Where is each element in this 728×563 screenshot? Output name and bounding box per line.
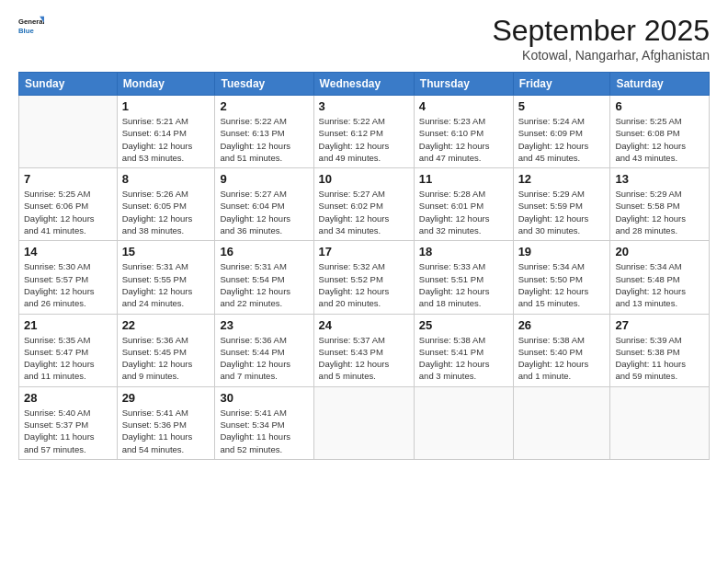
day-info: Sunrise: 5:41 AM Sunset: 5:36 PM Dayligh… <box>122 407 210 455</box>
day-number: 14 <box>24 245 112 259</box>
day-number: 25 <box>419 318 508 332</box>
day-info: Sunrise: 5:38 AM Sunset: 5:40 PM Dayligh… <box>518 334 606 383</box>
table-row: 15Sunrise: 5:31 AM Sunset: 5:55 PM Dayli… <box>117 241 215 314</box>
table-row: 17Sunrise: 5:32 AM Sunset: 5:52 PM Dayli… <box>313 241 414 314</box>
day-info: Sunrise: 5:31 AM Sunset: 5:55 PM Dayligh… <box>122 260 210 309</box>
title-section: September 2025 Kotowal, Nangarhar, Afgha… <box>492 14 710 63</box>
day-number: 4 <box>419 99 508 113</box>
table-row: 13Sunrise: 5:29 AM Sunset: 5:58 PM Dayli… <box>610 168 710 241</box>
day-number: 27 <box>615 318 704 332</box>
day-number: 1 <box>122 99 210 113</box>
day-info: Sunrise: 5:39 AM Sunset: 5:38 PM Dayligh… <box>615 334 704 383</box>
day-info: Sunrise: 5:35 AM Sunset: 5:47 PM Dayligh… <box>24 334 112 383</box>
day-number: 7 <box>24 172 112 186</box>
table-row: 11Sunrise: 5:28 AM Sunset: 6:01 PM Dayli… <box>414 168 513 241</box>
table-row: 23Sunrise: 5:36 AM Sunset: 5:44 PM Dayli… <box>215 314 313 386</box>
logo: General Blue <box>18 14 44 40</box>
svg-text:Blue: Blue <box>18 27 34 35</box>
table-row: 28Sunrise: 5:40 AM Sunset: 5:37 PM Dayli… <box>19 386 118 459</box>
day-number: 12 <box>518 172 606 186</box>
day-number: 23 <box>220 318 308 332</box>
table-row: 14Sunrise: 5:30 AM Sunset: 5:57 PM Dayli… <box>19 241 118 314</box>
day-info: Sunrise: 5:37 AM Sunset: 5:43 PM Dayligh… <box>319 334 409 383</box>
table-row: 21Sunrise: 5:35 AM Sunset: 5:47 PM Dayli… <box>19 314 118 386</box>
table-row <box>513 386 610 459</box>
table-row <box>19 96 118 168</box>
table-row: 7Sunrise: 5:25 AM Sunset: 6:06 PM Daylig… <box>19 168 118 241</box>
day-number: 9 <box>220 172 308 186</box>
table-row: 30Sunrise: 5:41 AM Sunset: 5:34 PM Dayli… <box>215 386 313 459</box>
day-info: Sunrise: 5:36 AM Sunset: 5:45 PM Dayligh… <box>122 334 210 383</box>
day-info: Sunrise: 5:28 AM Sunset: 6:01 PM Dayligh… <box>419 188 508 236</box>
table-row: 18Sunrise: 5:33 AM Sunset: 5:51 PM Dayli… <box>414 241 513 314</box>
header-tuesday: Tuesday <box>215 73 313 96</box>
table-row <box>610 386 710 459</box>
day-number: 28 <box>24 391 112 405</box>
header: General Blue September 2025 Kotowal, Nan… <box>18 14 710 63</box>
day-info: Sunrise: 5:34 AM Sunset: 5:50 PM Dayligh… <box>518 260 606 309</box>
day-info: Sunrise: 5:23 AM Sunset: 6:10 PM Dayligh… <box>419 115 508 164</box>
day-number: 11 <box>419 172 508 186</box>
table-row: 16Sunrise: 5:31 AM Sunset: 5:54 PM Dayli… <box>215 241 313 314</box>
day-number: 5 <box>518 99 606 113</box>
table-row: 9Sunrise: 5:27 AM Sunset: 6:04 PM Daylig… <box>215 168 313 241</box>
day-info: Sunrise: 5:41 AM Sunset: 5:34 PM Dayligh… <box>220 407 308 455</box>
calendar-page: General Blue September 2025 Kotowal, Nan… <box>0 0 728 563</box>
day-number: 10 <box>319 172 409 186</box>
day-info: Sunrise: 5:26 AM Sunset: 6:05 PM Dayligh… <box>122 188 210 236</box>
header-monday: Monday <box>117 73 215 96</box>
day-info: Sunrise: 5:34 AM Sunset: 5:48 PM Dayligh… <box>615 260 704 309</box>
table-row: 3Sunrise: 5:22 AM Sunset: 6:12 PM Daylig… <box>313 96 414 168</box>
subtitle: Kotowal, Nangarhar, Afghanistan <box>492 48 710 63</box>
day-info: Sunrise: 5:30 AM Sunset: 5:57 PM Dayligh… <box>24 260 112 309</box>
header-sunday: Sunday <box>19 73 118 96</box>
table-row: 27Sunrise: 5:39 AM Sunset: 5:38 PM Dayli… <box>610 314 710 386</box>
table-row: 5Sunrise: 5:24 AM Sunset: 6:09 PM Daylig… <box>513 96 610 168</box>
day-info: Sunrise: 5:22 AM Sunset: 6:12 PM Dayligh… <box>319 115 409 164</box>
day-info: Sunrise: 5:22 AM Sunset: 6:13 PM Dayligh… <box>220 115 308 164</box>
table-row: 4Sunrise: 5:23 AM Sunset: 6:10 PM Daylig… <box>414 96 513 168</box>
day-info: Sunrise: 5:27 AM Sunset: 6:04 PM Dayligh… <box>220 188 308 236</box>
day-number: 15 <box>122 245 210 259</box>
table-row: 8Sunrise: 5:26 AM Sunset: 6:05 PM Daylig… <box>117 168 215 241</box>
day-number: 2 <box>220 99 308 113</box>
table-row: 1Sunrise: 5:21 AM Sunset: 6:14 PM Daylig… <box>117 96 215 168</box>
day-info: Sunrise: 5:40 AM Sunset: 5:37 PM Dayligh… <box>24 407 112 455</box>
day-info: Sunrise: 5:31 AM Sunset: 5:54 PM Dayligh… <box>220 260 308 309</box>
day-number: 21 <box>24 318 112 332</box>
day-number: 3 <box>319 99 409 113</box>
day-info: Sunrise: 5:27 AM Sunset: 6:02 PM Dayligh… <box>319 188 409 236</box>
table-row: 19Sunrise: 5:34 AM Sunset: 5:50 PM Dayli… <box>513 241 610 314</box>
day-info: Sunrise: 5:25 AM Sunset: 6:06 PM Dayligh… <box>24 188 112 236</box>
day-number: 20 <box>615 245 704 259</box>
day-info: Sunrise: 5:32 AM Sunset: 5:52 PM Dayligh… <box>319 260 409 309</box>
day-info: Sunrise: 5:38 AM Sunset: 5:41 PM Dayligh… <box>419 334 508 383</box>
main-title: September 2025 <box>492 14 710 48</box>
calendar-table: Sunday Monday Tuesday Wednesday Thursday… <box>18 72 710 460</box>
day-info: Sunrise: 5:29 AM Sunset: 5:59 PM Dayligh… <box>518 188 606 236</box>
table-row: 10Sunrise: 5:27 AM Sunset: 6:02 PM Dayli… <box>313 168 414 241</box>
table-row: 25Sunrise: 5:38 AM Sunset: 5:41 PM Dayli… <box>414 314 513 386</box>
day-number: 19 <box>518 245 606 259</box>
table-row: 20Sunrise: 5:34 AM Sunset: 5:48 PM Dayli… <box>610 241 710 314</box>
logo-icon: General Blue <box>18 14 44 40</box>
table-row: 12Sunrise: 5:29 AM Sunset: 5:59 PM Dayli… <box>513 168 610 241</box>
header-row: Sunday Monday Tuesday Wednesday Thursday… <box>19 73 710 96</box>
header-wednesday: Wednesday <box>313 73 414 96</box>
table-row: 22Sunrise: 5:36 AM Sunset: 5:45 PM Dayli… <box>117 314 215 386</box>
day-number: 18 <box>419 245 508 259</box>
header-friday: Friday <box>513 73 610 96</box>
day-info: Sunrise: 5:36 AM Sunset: 5:44 PM Dayligh… <box>220 334 308 383</box>
day-info: Sunrise: 5:25 AM Sunset: 6:08 PM Dayligh… <box>615 115 704 164</box>
header-saturday: Saturday <box>610 73 710 96</box>
day-number: 13 <box>615 172 704 186</box>
day-info: Sunrise: 5:21 AM Sunset: 6:14 PM Dayligh… <box>122 115 210 164</box>
day-number: 24 <box>319 318 409 332</box>
table-row <box>414 386 513 459</box>
day-info: Sunrise: 5:33 AM Sunset: 5:51 PM Dayligh… <box>419 260 508 309</box>
day-number: 30 <box>220 391 308 405</box>
day-number: 29 <box>122 391 210 405</box>
table-row: 6Sunrise: 5:25 AM Sunset: 6:08 PM Daylig… <box>610 96 710 168</box>
table-row: 29Sunrise: 5:41 AM Sunset: 5:36 PM Dayli… <box>117 386 215 459</box>
table-row <box>313 386 414 459</box>
